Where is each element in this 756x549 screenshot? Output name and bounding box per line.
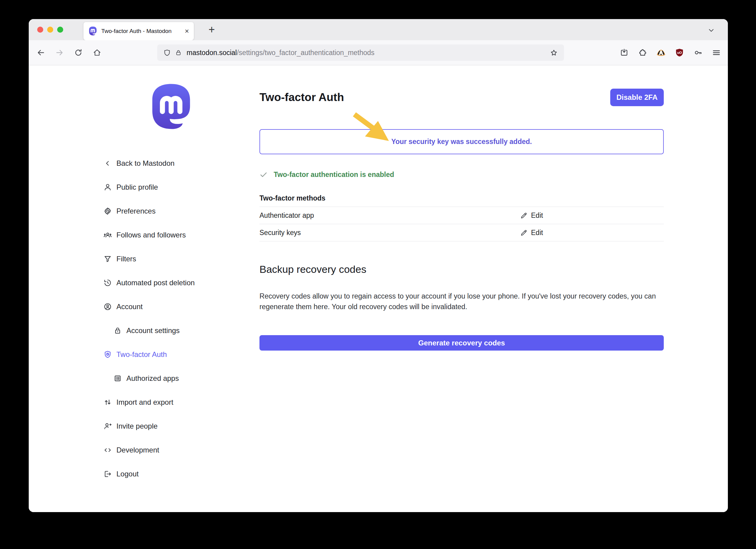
sidebar-item-development[interactable]: Development [103,438,254,462]
disable-2fa-button[interactable]: Disable 2FA [610,89,664,106]
history-icon [103,278,112,287]
generate-recovery-codes-button[interactable]: Generate recovery codes [259,335,664,351]
code-icon [103,446,112,455]
check-icon [259,171,268,179]
table-row: Security keys Edit [259,224,664,241]
tab-strip: Two-factor Auth - Mastodon × + [29,19,728,40]
edit-security-keys-link[interactable]: Edit [520,229,543,237]
https-lock-icon[interactable] [175,49,182,56]
list-icon [113,374,122,383]
minimize-window-button[interactable] [47,27,53,33]
edit-label: Edit [531,211,543,220]
sidebar-item-label: Two-factor Auth [116,350,167,359]
screenshot-canvas: Two-factor Auth - Mastodon × + [0,0,756,549]
sidebar-item-label: Import and export [116,398,173,407]
sidebar-item-public-profile[interactable]: Public profile [103,175,254,199]
tab-title: Two-factor Auth - Mastodon [101,28,171,34]
browser-tab[interactable]: Two-factor Auth - Mastodon × [83,22,194,40]
import-export-icon [103,398,112,407]
two-factor-auth-panel: Two-factor Auth Disable 2FA Your securit… [259,65,664,351]
sidebar-item-label: Development [116,446,159,454]
pencil-icon [520,229,528,237]
sidebar-item-invite-people[interactable]: Invite people [103,414,254,438]
sidebar-item-logout[interactable]: Logout [103,462,254,486]
reload-icon[interactable] [72,46,85,59]
sidebar-item-label: Logout [116,470,138,478]
flash-notice: Your security key was successfully added… [259,129,664,154]
sidebar-item-label: Automated post deletion [116,279,195,287]
sidebar-item-preferences[interactable]: Preferences [103,199,254,223]
svg-text:uO: uO [677,51,682,54]
ublock-origin-icon[interactable]: uO [673,46,686,59]
url-path: /settings/two_factor_authentication_meth… [237,49,374,57]
person-add-icon [103,422,112,431]
new-tab-button[interactable]: + [204,21,220,38]
chevron-left-icon [103,159,112,168]
two-factor-status-text: Two-factor authentication is enabled [274,171,394,179]
browser-toolbar: mastodon.social/settings/two_factor_auth… [29,40,728,65]
sidebar-item-label: Public profile [116,183,158,191]
bookmark-star-icon[interactable] [550,49,558,57]
home-icon[interactable] [90,46,104,59]
page-content: Back to Mastodon Public profile Preferen… [29,65,728,512]
gear-icon [103,207,112,216]
key-icon[interactable] [691,46,705,59]
window-controls [37,19,63,40]
sidebar-item-label: Authorized apps [126,374,179,383]
sidebar-item-two-factor-auth[interactable]: Two-factor Auth [103,342,254,366]
sidebar-item-label: Back to Mastodon [116,159,174,168]
edit-label: Edit [531,229,543,237]
flash-notice-text: Your security key was successfully added… [391,138,532,146]
sidebar-item-label: Account settings [126,326,180,335]
sidebar-item-account-settings[interactable]: Account settings [103,319,254,342]
shield-clock-icon [103,350,112,359]
save-page-icon[interactable] [618,46,631,59]
method-name: Authenticator app [259,211,520,220]
method-name: Security keys [259,229,520,237]
funnel-icon [103,254,112,263]
edit-authenticator-app-link[interactable]: Edit [520,211,543,220]
sidebar-item-back-to-mastodon[interactable]: Back to Mastodon [103,151,254,175]
url-text: mastodon.social/settings/two_factor_auth… [187,49,374,57]
tabs-chevron-icon[interactable] [707,26,715,34]
sidebar-item-import-and-export[interactable]: Import and export [103,390,254,414]
sidebar-item-label: Filters [116,255,136,263]
sidebar-item-label: Account [116,302,143,311]
extensions-puzzle-icon[interactable] [636,46,649,59]
sidebar-item-follows-and-followers[interactable]: Follows and followers [103,223,254,247]
mastodon-logo[interactable] [148,83,194,132]
people-icon [103,230,112,240]
url-bar[interactable]: mastodon.social/settings/two_factor_auth… [157,44,564,61]
sidebar-item-label: Invite people [116,422,158,430]
menu-hamburger-icon[interactable] [710,46,723,59]
lock-icon [113,326,122,335]
url-domain: mastodon.social [187,49,237,57]
sidebar-item-filters[interactable]: Filters [103,247,254,271]
page-title: Two-factor Auth [259,91,344,104]
sidebar-item-account[interactable]: Account [103,295,254,319]
zoom-window-button[interactable] [57,27,63,33]
tab-close-icon[interactable]: × [185,28,189,35]
person-icon [103,183,112,192]
sidebar-item-label: Follows and followers [116,231,186,239]
privacy-badger-icon[interactable] [654,46,668,59]
mastodon-favicon-icon [88,26,97,36]
methods-table-header: Two-factor methods [259,194,664,207]
sidebar-item-label: Preferences [116,207,155,215]
two-factor-methods-table: Two-factor methods Authenticator app Edi… [259,194,664,241]
close-window-button[interactable] [37,27,43,33]
sidebar-item-automated-post-deletion[interactable]: Automated post deletion [103,271,254,295]
table-row: Authenticator app Edit [259,207,664,224]
two-factor-status: Two-factor authentication is enabled [259,170,664,179]
backup-recovery-codes-description: Recovery codes allow you to regain acces… [259,291,664,312]
back-icon[interactable] [34,46,47,59]
backup-recovery-codes-heading: Backup recovery codes [259,263,664,276]
browser-window: Two-factor Auth - Mastodon × + [29,19,728,512]
pencil-icon [520,212,528,219]
sidebar-item-authorized-apps[interactable]: Authorized apps [103,366,254,390]
account-circle-icon [103,302,112,311]
tracking-shield-icon[interactable] [163,49,171,57]
logout-icon [103,469,112,479]
settings-sidebar: Back to Mastodon Public profile Preferen… [103,151,254,486]
forward-icon[interactable] [53,46,66,59]
